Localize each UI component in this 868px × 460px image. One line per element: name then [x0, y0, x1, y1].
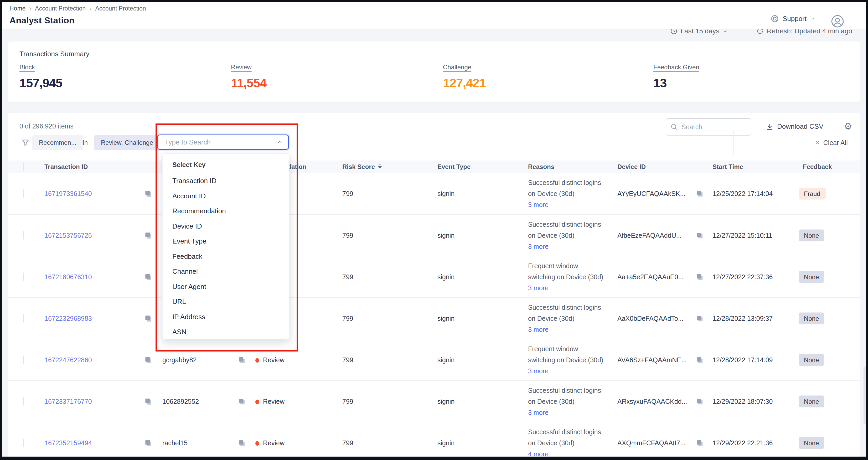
option-account-id[interactable]: Account ID — [172, 192, 206, 200]
option-asn[interactable]: ASN — [172, 328, 186, 336]
key-search-input[interactable] — [164, 138, 277, 147]
feedback-badge: None — [799, 354, 824, 366]
download-csv-label: Download CSV — [777, 122, 823, 130]
transaction-id-link[interactable]: 1671973361540 — [44, 190, 92, 197]
recommendation: Review — [255, 439, 284, 447]
device-id: AYyEyUCFAQAAkSK... — [617, 190, 685, 197]
stat-review-label[interactable]: Review — [231, 64, 252, 71]
option-ip-address[interactable]: IP Address — [172, 313, 205, 321]
row-checkbox[interactable] — [23, 439, 24, 447]
transaction-id-link[interactable]: 1672153756726 — [44, 232, 92, 239]
stat-feedback-given-label[interactable]: Feedback Given — [653, 64, 699, 71]
download-csv-button[interactable]: Download CSV — [766, 122, 823, 130]
option-event-type[interactable]: Event Type — [172, 237, 207, 245]
transaction-id-link[interactable]: 1672180676310 — [44, 273, 92, 281]
device-id: ARxsyxuFAQAACKdd... — [617, 397, 687, 405]
account-id: gcrgabby82 — [162, 356, 197, 364]
copy-icon[interactable] — [144, 273, 152, 281]
row-checkbox[interactable] — [23, 273, 24, 281]
sort-icon[interactable] — [378, 163, 382, 168]
option-channel[interactable]: Channel — [172, 268, 198, 276]
option-url[interactable]: URL — [172, 298, 186, 306]
col-feedback: Feedback — [803, 163, 832, 171]
copy-icon[interactable] — [144, 314, 152, 323]
transaction-id-link[interactable]: 1672232968983 — [44, 314, 92, 322]
option-feedback[interactable]: Feedback — [172, 252, 202, 260]
more-reasons-link[interactable]: 3 more — [528, 365, 603, 376]
stat-review: Review 11,554 — [231, 64, 267, 90]
copy-icon[interactable] — [238, 397, 246, 405]
table-row: 1671973361540 799 signin Successful dist… — [8, 173, 860, 214]
support-menu[interactable]: Support — [771, 14, 815, 23]
copy-icon[interactable] — [696, 397, 704, 405]
row-checkbox[interactable] — [23, 232, 24, 239]
app-header: Home › Account Protection › Account Prot… — [0, 0, 868, 29]
more-reasons-link[interactable]: 3 more — [528, 241, 601, 252]
device-id: AXQmmFCFAQAAtI7... — [617, 439, 686, 447]
row-checkbox[interactable] — [23, 314, 24, 322]
search-input[interactable] — [681, 123, 741, 131]
copy-icon[interactable] — [238, 356, 246, 364]
table-header: Transaction ID Account ID Recommendation… — [8, 160, 860, 173]
copy-icon[interactable] — [696, 232, 704, 239]
copy-icon[interactable] — [696, 190, 704, 197]
filter-operator[interactable]: In — [83, 139, 88, 146]
chevron-down-icon — [810, 16, 815, 21]
copy-icon[interactable] — [696, 439, 704, 447]
scrollbar-thumb[interactable] — [864, 366, 866, 424]
copy-icon[interactable] — [696, 356, 704, 364]
breadcrumb-home-link[interactable]: Home — [9, 5, 26, 12]
clear-all-button[interactable]: × Clear All — [815, 139, 848, 147]
option-recommendation[interactable]: Recommendation — [172, 207, 226, 215]
more-reasons-link[interactable]: 3 more — [528, 199, 601, 210]
table-row: 1672232968983 799 signin Successful dist… — [8, 297, 860, 339]
stat-block-label[interactable]: Block — [20, 64, 35, 71]
risk-score: 799 — [342, 439, 353, 447]
key-select-combobox[interactable] — [157, 134, 289, 150]
breadcrumb-item[interactable]: Account Protection — [35, 5, 86, 12]
event-type: signin — [437, 232, 455, 239]
copy-icon[interactable] — [696, 314, 704, 323]
option-transaction-id[interactable]: Transaction ID — [172, 177, 216, 185]
more-reasons-link[interactable]: 3 more — [528, 324, 601, 335]
breadcrumb-item: Account Protection — [95, 5, 146, 12]
row-checkbox[interactable] — [23, 190, 24, 197]
start-time: 12/28/2022 13:09:37 — [712, 314, 773, 322]
copy-icon[interactable] — [144, 397, 152, 406]
more-reasons-link[interactable]: 3 more — [528, 282, 603, 294]
row-checkbox[interactable] — [23, 397, 24, 405]
stat-challenge-label[interactable]: Challenge — [443, 64, 471, 71]
more-reasons-link[interactable]: 4 more — [528, 449, 601, 459]
copy-icon[interactable] — [144, 231, 152, 240]
key-select-dropdown: Select Key Transaction ID Account ID Rec… — [162, 153, 289, 339]
copy-icon[interactable] — [144, 189, 152, 198]
stat-review-value: 11,554 — [231, 76, 267, 90]
chevron-up-icon[interactable] — [277, 139, 283, 145]
more-reasons-link[interactable]: 3 more — [528, 407, 601, 418]
copy-icon[interactable] — [144, 439, 152, 447]
reasons: Successful distinct loginson Device (30d… — [528, 219, 601, 252]
gear-icon[interactable]: ⚙ — [844, 121, 852, 132]
stat-block-value: 157,945 — [20, 76, 62, 90]
copy-icon[interactable] — [696, 273, 704, 281]
start-time: 12/27/2022 15:10:11 — [712, 232, 772, 239]
stat-feedback-given-value: 13 — [653, 76, 699, 90]
transactions-table-card: 0 of 296,920 items Download CSV ⚙ Recomm… — [8, 113, 860, 460]
transaction-id-link[interactable]: 1672247622860 — [44, 356, 92, 364]
select-all-checkbox[interactable] — [23, 163, 24, 171]
reasons: Successful distinct loginson Device (30d… — [528, 426, 601, 459]
copy-icon[interactable] — [144, 356, 152, 364]
option-user-agent[interactable]: User Agent — [172, 283, 206, 291]
filter-field-chip[interactable]: Recommen... — [32, 135, 83, 150]
filter-value-chip[interactable]: Review, Challenge — [94, 135, 160, 150]
option-device-id[interactable]: Device ID — [172, 222, 202, 231]
transaction-id-link[interactable]: 1672352159494 — [44, 439, 92, 447]
risk-score: 799 — [342, 190, 353, 197]
reasons: Successful distinct loginson Device (30d… — [528, 177, 601, 210]
row-checkbox[interactable] — [23, 356, 24, 364]
user-avatar[interactable] — [831, 14, 844, 28]
col-risk-score[interactable]: Risk Score — [342, 163, 382, 171]
transaction-id-link[interactable]: 1672337176770 — [44, 397, 92, 405]
copy-icon[interactable] — [238, 439, 246, 447]
table-search[interactable] — [666, 118, 751, 135]
